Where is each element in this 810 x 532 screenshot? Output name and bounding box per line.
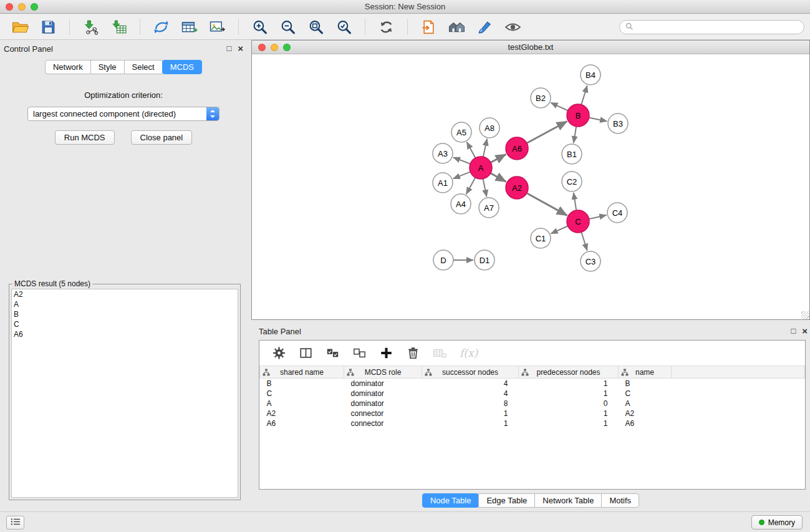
table-cell[interactable]: C	[619, 389, 672, 399]
style-inspector-button[interactable]	[475, 18, 494, 36]
table-cell[interactable]: 4	[422, 379, 519, 389]
mcds-result-list[interactable]: A2ABCA6	[11, 289, 238, 498]
new-network-button[interactable]	[152, 18, 171, 36]
table-row[interactable]: A2connector11A2	[260, 409, 805, 418]
table-float-icon[interactable]	[791, 327, 796, 336]
table-cell[interactable]: A6	[260, 418, 344, 428]
network-canvas[interactable]: B4B2BB3A8A5A6A3B1AC2A1A2A4A7C4CC1DD1C3	[252, 54, 809, 319]
column-header-MCDS-role[interactable]: MCDS role	[344, 366, 422, 379]
table-row[interactable]: A6connector11A6	[260, 418, 805, 428]
memory-button[interactable]: Memory	[751, 515, 803, 530]
table-cell[interactable]: 1	[422, 418, 519, 428]
network-zoom-button[interactable]	[283, 44, 291, 51]
close-window-button[interactable]	[6, 3, 13, 11]
table-cell[interactable]: A2	[260, 409, 344, 418]
table-cell[interactable]: 4	[422, 389, 519, 399]
resize-grip[interactable]	[801, 311, 809, 319]
table-cell[interactable]: 1	[519, 418, 619, 428]
dropdown-stepper-icon[interactable]	[206, 107, 219, 120]
search-input[interactable]	[637, 22, 798, 32]
close-panel-button[interactable]: Close panel	[131, 130, 193, 145]
table-cell[interactable]: A	[260, 399, 344, 409]
graph-node-C[interactable]: C	[567, 210, 589, 233]
zoom-in-button[interactable]	[250, 18, 269, 36]
network-close-button[interactable]	[258, 44, 266, 51]
open-session-button[interactable]	[11, 18, 30, 36]
graph-node-C4[interactable]: C4	[607, 203, 627, 223]
table-cell[interactable]: A2	[619, 409, 672, 418]
table-row[interactable]: Bdominator41B	[260, 379, 805, 389]
mcds-result-item[interactable]: A6	[12, 329, 238, 339]
graph-node-C2[interactable]: C2	[562, 172, 582, 191]
tab-mcds[interactable]: MCDS	[162, 60, 202, 74]
table-cell[interactable]: dominator	[344, 389, 422, 399]
graph-node-A6[interactable]: A6	[506, 137, 528, 160]
table-cell[interactable]: connector	[344, 409, 422, 418]
minimize-window-button[interactable]	[18, 3, 26, 11]
new-table-button[interactable]	[180, 18, 199, 36]
import-table-from-file-button[interactable]	[109, 18, 128, 36]
delete-rows-button[interactable]	[405, 346, 421, 360]
table-cell[interactable]: 1	[519, 389, 619, 399]
table-close-icon[interactable]	[802, 327, 808, 336]
graph-node-A5[interactable]: A5	[451, 122, 471, 142]
graph-node-A8[interactable]: A8	[480, 118, 499, 138]
zoom-fit-content-button[interactable]	[306, 18, 325, 36]
table-row[interactable]: Adominator80A	[260, 399, 805, 409]
table-cell[interactable]: B	[619, 379, 672, 389]
mcds-result-item[interactable]: C	[12, 319, 238, 329]
tab-style[interactable]: Style	[90, 60, 125, 74]
graph-node-B3[interactable]: B3	[608, 114, 628, 133]
column-header-predecessor-nodes[interactable]: predecessor nodes	[519, 366, 619, 379]
zoom-out-button[interactable]	[278, 18, 297, 36]
show-hide-graphics-button[interactable]	[503, 18, 523, 36]
graph-node-A1[interactable]: A1	[433, 173, 453, 193]
table-cell[interactable]: dominator	[344, 379, 422, 389]
graph-node-A4[interactable]: A4	[451, 194, 471, 214]
column-header-successor-nodes[interactable]: successor nodes	[422, 366, 519, 379]
deselect-all-rows-button[interactable]	[352, 346, 367, 360]
window-titlebar[interactable]: Session: New Session	[0, 0, 810, 14]
show-panels-button[interactable]	[6, 516, 24, 530]
column-header-name[interactable]: name	[619, 366, 672, 379]
graph-node-A3[interactable]: A3	[433, 143, 453, 163]
tab-select[interactable]: Select	[124, 60, 163, 74]
table-cell[interactable]: connector	[344, 418, 422, 428]
mcds-result-item[interactable]: A2	[12, 289, 238, 299]
graph-node-B4[interactable]: B4	[581, 65, 600, 85]
table-cell[interactable]: B	[260, 379, 344, 389]
export-image-button[interactable]	[208, 18, 227, 36]
table-cell[interactable]: 0	[519, 399, 619, 409]
refresh-view-button[interactable]	[377, 18, 396, 36]
table-cell[interactable]: 1	[422, 409, 519, 418]
open-manual-button[interactable]	[419, 18, 438, 36]
close-panel-icon[interactable]	[238, 44, 243, 54]
table-cell[interactable]: dominator	[344, 399, 422, 409]
graph-node-C1[interactable]: C1	[531, 228, 551, 248]
zoom-selected-button[interactable]	[334, 18, 354, 36]
home-view-button[interactable]	[447, 18, 466, 36]
graph-node-B1[interactable]: B1	[562, 144, 582, 164]
table-cell[interactable]: A6	[619, 418, 672, 428]
import-network-from-file-button[interactable]	[81, 18, 100, 36]
add-row-button[interactable]	[378, 346, 394, 360]
select-all-rows-button[interactable]	[325, 346, 340, 360]
tab-node-table[interactable]: Node Table	[422, 493, 480, 508]
tab-motifs[interactable]: Motifs	[601, 493, 639, 508]
table-settings-button[interactable]	[271, 346, 287, 360]
table-cell[interactable]: 8	[422, 399, 519, 409]
show-columns-button[interactable]	[298, 346, 314, 360]
zoom-window-button[interactable]	[31, 3, 38, 11]
mcds-result-item[interactable]: A	[12, 299, 238, 309]
graph-node-A2[interactable]: A2	[506, 177, 528, 199]
column-header-shared-name[interactable]: shared name	[260, 366, 344, 379]
table-row[interactable]: Cdominator41C	[260, 389, 805, 399]
save-session-button[interactable]	[39, 18, 58, 36]
run-mcds-button[interactable]: Run MCDS	[55, 130, 115, 145]
table-cell[interactable]: 1	[519, 379, 619, 389]
table-cell[interactable]: 1	[519, 409, 619, 418]
float-panel-icon[interactable]	[226, 44, 231, 53]
graph-node-A7[interactable]: A7	[479, 198, 499, 218]
graph-node-B2[interactable]: B2	[531, 88, 551, 108]
network-minimize-button[interactable]	[271, 44, 278, 51]
